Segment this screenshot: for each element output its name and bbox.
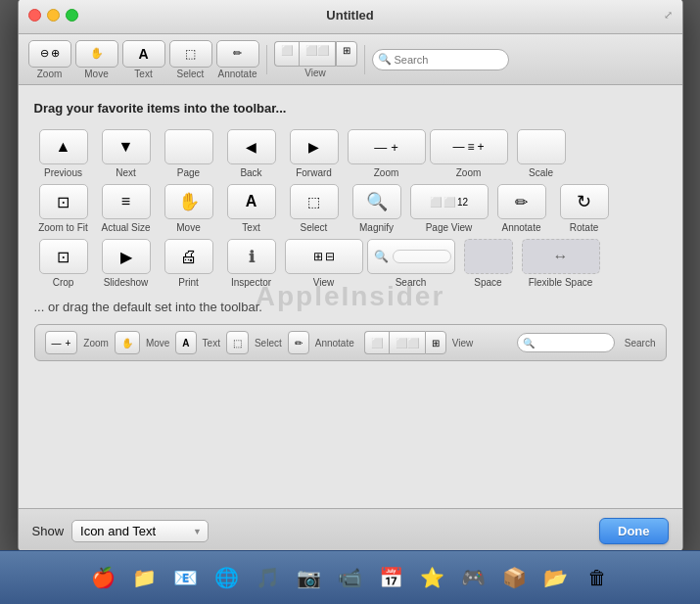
def-move-btn[interactable]: ✋ [115,331,140,354]
view-single-btn[interactable]: ⬜ [274,41,299,67]
inspector-tool[interactable]: ℹ Inspector [222,239,281,288]
main-toolbar: ⊖ ⊕ Zoom ✋ Move A Text ⬚ Select ✏ Annota… [19,34,682,85]
search-input[interactable] [372,49,509,70]
slideshow-icon: ▶ [102,239,151,274]
move-tool[interactable]: ✋ Move [160,184,218,233]
view-icon: ⊞ ⊟ [285,239,363,274]
dock: 🍎 📁 📧 🌐 🎵 📷 📹 📅 ⭐ 🎮 📦 📂 🗑 [0,550,700,604]
expand-icon[interactable]: ⤢ [664,9,673,22]
def-text-btn[interactable]: A [175,331,196,354]
def-zoom-btn[interactable]: — + [45,331,78,354]
page-label: Page [177,167,200,178]
text-toolbar-btn[interactable]: A [122,40,165,68]
show-select-wrapper: Icon and Text Icon Only Text Only [71,520,209,542]
dock-icon-app9[interactable]: ⭐ [414,559,451,596]
zoom-minus-icon: ⊖ [40,47,49,60]
magnify-icon: 🔍 [352,184,401,219]
text-tool-group: A Text [122,40,165,79]
dock-icon-app7[interactable]: 📹 [332,559,369,596]
page-icon [164,129,213,164]
dock-icon-app5[interactable]: 🎵 [250,559,287,596]
crop-label: Crop [53,277,74,288]
view-tool-group: ⬜ ⬜⬜ ⊞ View [274,41,357,78]
page-view-single-icon: ⬜ [430,197,442,208]
back-label: Back [240,167,261,178]
previous-label: Previous [44,167,82,178]
panel-search-field[interactable] [393,250,451,263]
view-grid-btn[interactable]: ⊞ [336,41,357,67]
dock-icon-app2[interactable]: 📁 [126,559,163,596]
view-double-btn[interactable]: ⬜⬜ [299,41,336,67]
select-toolbar-btn[interactable]: ⬚ [169,40,212,68]
view-grid-icon: ⊞ [313,250,323,263]
rotate-tool[interactable]: ↻ Rotate [555,184,614,233]
show-select[interactable]: Icon and Text Icon Only Text Only [71,520,209,542]
zoom-toolbar-btn[interactable]: ⊖ ⊕ [28,40,71,68]
def-view2-btn[interactable]: ⬜⬜ [389,331,425,354]
forward-tool[interactable]: ▶ Forward [285,129,344,178]
dock-icon-trash[interactable]: 🗑 [579,559,616,596]
forward-arrow-icon: ▶ [308,139,319,155]
dock-icon-finder[interactable]: 🍎 [85,559,122,596]
panel-search-wrapper: 🔍 [367,239,455,274]
dock-icon-app12[interactable]: 📂 [537,559,575,596]
slideshow-tool[interactable]: ▶ Slideshow [97,239,156,288]
zoom-tool-group: ⊖ ⊕ Zoom [28,40,71,79]
page-view-tool[interactable]: ⬜ ⬜ 12 Page View [410,184,489,233]
dock-icon-app8[interactable]: 📅 [373,559,410,596]
dock-icon-app10[interactable]: 🎮 [455,559,492,596]
space-tool[interactable]: Space [459,239,518,288]
tools-row-2: ⊡ Zoom to Fit ≡ Actual Size ✋ Move A Tex… [34,184,667,233]
divider-text: ... or drag the default set into the too… [34,300,667,314]
print-icon: 🖨 [164,239,213,274]
customize-panel: AppleInsider Drag your favorite items in… [19,85,682,508]
text-tool[interactable]: A Text [222,184,281,233]
zoom-to-fit-label: Zoom to Fit [38,222,88,233]
actual-size-tool[interactable]: ≡ Actual Size [97,184,156,233]
zoom-minus-tool[interactable]: — + Zoom [348,129,426,178]
text-label: Text [242,222,259,233]
dock-icon-app6[interactable]: 📷 [291,559,328,596]
def-view1-btn[interactable]: ⬜ [364,331,389,354]
zoom-fit-icon: — ≡ + [430,129,508,164]
magnify-tool[interactable]: 🔍 Magnify [348,184,406,233]
page-view-num-icon: 12 [457,197,468,208]
def-view3-btn[interactable]: ⊞ [425,331,446,354]
crop-tool[interactable]: ⊡ Crop [34,239,93,288]
done-button[interactable]: Done [599,518,669,544]
scale-tool[interactable]: Scale [512,129,571,178]
search-tool[interactable]: 🔍 Search [367,239,455,288]
flexible-space-tool[interactable]: ↔ Flexible Space [522,239,600,288]
zoom-minus-icon: — + [348,129,426,164]
move-toolbar-btn[interactable]: ✋ [75,40,118,68]
next-tool[interactable]: ▼ Next [97,129,156,178]
def-select-btn[interactable]: ⬚ [226,331,249,354]
toolbar-separator-2 [364,45,365,74]
inspector-icon: ℹ [227,239,276,274]
previous-tool[interactable]: ▲ Previous [34,129,93,178]
bottom-bar: Show Icon and Text Icon Only Text Only D… [19,508,682,553]
flexible-space-icon: ↔ [522,239,600,274]
select-tool[interactable]: ⬚ Select [285,184,344,233]
print-tool[interactable]: 🖨 Print [160,239,218,288]
minimize-button[interactable] [47,9,60,22]
view-tool[interactable]: ⊞ ⊟ View [285,239,363,288]
annotate-toolbar-btn[interactable]: ✏ [216,40,259,68]
title-bar: Untitled ⤢ [19,0,682,34]
crop-icon: ⊡ [39,239,88,274]
close-button[interactable] [28,9,41,22]
next-label: Next [116,167,136,178]
zoom-to-fit-tool[interactable]: ⊡ Zoom to Fit [34,184,93,233]
up-arrow-icon: ▲ [56,138,71,156]
dock-icon-app4[interactable]: 🌐 [209,559,246,596]
def-annotate-btn[interactable]: ✏ [288,331,309,354]
main-window: Untitled ⤢ ⊖ ⊕ Zoom ✋ Move A Text ⬚ Sele… [18,0,683,554]
dock-icon-app3[interactable]: 📧 [167,559,205,596]
page-tool[interactable]: Page [160,129,218,178]
back-tool[interactable]: ◀ Back [222,129,281,178]
maximize-button[interactable] [66,9,78,22]
dock-icon-app11[interactable]: 📦 [496,559,534,596]
annotate-tool[interactable]: ✏ Annotate [492,184,551,233]
def-text-label: Text [203,338,220,348]
zoom-fit-tool[interactable]: — ≡ + Zoom [430,129,508,178]
